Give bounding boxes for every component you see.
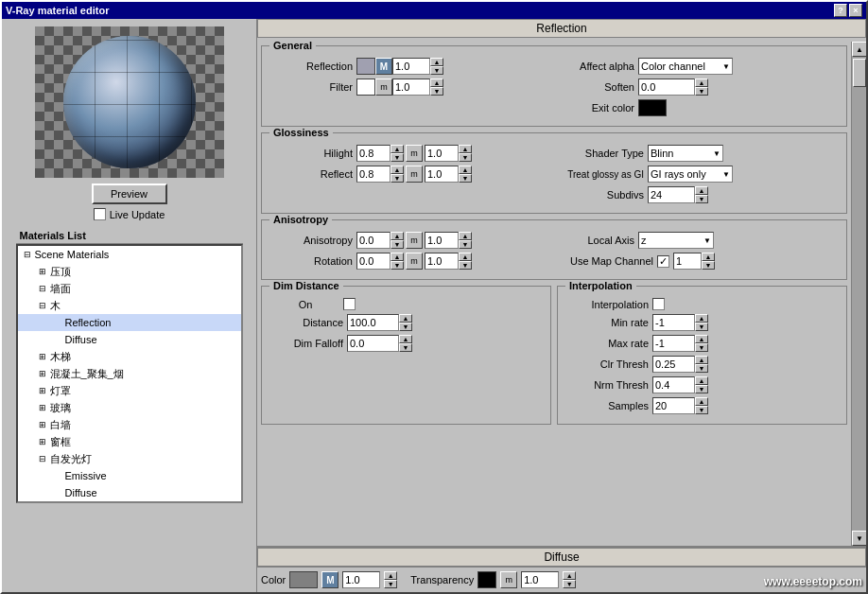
reflect-m-button[interactable]: m: [406, 166, 423, 183]
tree-item-mu[interactable]: ⊟ 木: [18, 297, 241, 314]
rotation-spin1-up[interactable]: ▲: [391, 253, 404, 261]
dim-falloff-spin-down[interactable]: ▼: [399, 343, 412, 352]
anisotropy-m-button[interactable]: m: [406, 232, 423, 249]
subdivs-spinner[interactable]: ▲ ▼: [695, 186, 708, 203]
use-map-channel-input[interactable]: [673, 253, 702, 270]
expander-zifaguangdeng[interactable]: ⊟: [35, 451, 50, 466]
expander-mu[interactable]: ⊟: [35, 298, 50, 313]
soften-spinner[interactable]: ▲ ▼: [695, 79, 708, 96]
live-update-checkbox[interactable]: [94, 208, 106, 220]
anisotropy-spin2-down[interactable]: ▼: [459, 240, 472, 249]
anisotropy-spin1-up[interactable]: ▲: [391, 232, 404, 240]
filter-value-input[interactable]: [392, 79, 430, 96]
samples-spin-down[interactable]: ▼: [695, 406, 708, 414]
reflect-spinner1[interactable]: ▲ ▼: [391, 166, 404, 183]
tree-item-chuangkuang[interactable]: ⊞ 窗框: [18, 433, 241, 450]
diffuse-color-spinner[interactable]: ▲ ▼: [384, 571, 397, 588]
rotation-m-input[interactable]: [425, 253, 459, 270]
tree-item-emissive[interactable]: · Emissive: [18, 467, 241, 484]
max-rate-spinner[interactable]: ▲ ▼: [695, 335, 708, 352]
transparency-m-button[interactable]: m: [500, 571, 517, 588]
soften-spin-up[interactable]: ▲: [695, 79, 708, 87]
reflection-m-button[interactable]: M: [375, 58, 392, 75]
diffuse-color-spin-up[interactable]: ▲: [384, 571, 397, 580]
preview-button[interactable]: Preview: [92, 183, 167, 204]
diffuse-color-spin-down[interactable]: ▼: [384, 580, 397, 588]
reflection-spin-down[interactable]: ▼: [430, 66, 443, 75]
nrm-thresh-input[interactable]: [652, 376, 695, 393]
reflection-spinner[interactable]: ▲ ▼: [430, 58, 443, 75]
reflect-m-input[interactable]: [425, 166, 459, 183]
subdivs-spin-up[interactable]: ▲: [695, 186, 708, 195]
map-channel-spin-up[interactable]: ▲: [702, 253, 715, 261]
hilight-spin1-up[interactable]: ▲: [391, 145, 404, 153]
rotation-spinner1[interactable]: ▲ ▼: [391, 253, 404, 270]
filter-color-swatch[interactable]: [356, 79, 375, 96]
local-axis-dropdown[interactable]: z ▼: [638, 232, 714, 249]
right-scrollbar[interactable]: ▲ ▼: [851, 42, 866, 546]
help-button[interactable]: ?: [834, 4, 847, 17]
anisotropy-spinner2[interactable]: ▲ ▼: [459, 232, 472, 249]
tree-item-zifaguangdeng[interactable]: ⊟ 自发光灯: [18, 450, 241, 467]
tree-item-scene[interactable]: ⊟ Scene Materials: [18, 246, 241, 263]
dim-distance-spinner[interactable]: ▲ ▼: [399, 314, 412, 331]
soften-spin-down[interactable]: ▼: [695, 87, 708, 96]
scroll-thumb[interactable]: [853, 59, 866, 87]
rotation-spinner2[interactable]: ▲ ▼: [459, 253, 472, 270]
tree-item-mu-reflection[interactable]: · Reflection: [18, 314, 241, 331]
anisotropy-m-input[interactable]: [425, 232, 459, 249]
max-rate-spin-down[interactable]: ▼: [695, 343, 708, 352]
reflect-spinner2[interactable]: ▲ ▼: [459, 166, 472, 183]
tree-item-muti[interactable]: ⊞ 木梯: [18, 348, 241, 365]
min-rate-input[interactable]: [652, 314, 695, 331]
filter-spinner[interactable]: ▲ ▼: [430, 79, 443, 96]
hilight-spinner2[interactable]: ▲ ▼: [459, 145, 472, 162]
expander-yading[interactable]: ⊞: [35, 264, 50, 279]
subdivs-spin-down[interactable]: ▼: [695, 195, 708, 203]
soften-input[interactable]: [638, 79, 695, 96]
expander-hunningtu[interactable]: ⊞: [35, 366, 50, 381]
tree-item-diffuse2[interactable]: · Diffuse: [18, 484, 241, 501]
nrm-thresh-spin-down[interactable]: ▼: [695, 385, 708, 393]
max-rate-input[interactable]: [652, 335, 695, 352]
transparency-spinner[interactable]: ▲ ▼: [563, 571, 576, 588]
tree-item-dengguang[interactable]: ⊞ 灯罩: [18, 382, 241, 399]
rotation-spin2-down[interactable]: ▼: [459, 261, 472, 270]
rotation-m-button[interactable]: m: [406, 253, 423, 270]
reflection-spin-up[interactable]: ▲: [430, 58, 443, 66]
clr-thresh-spin-up[interactable]: ▲: [695, 356, 708, 364]
hilight-spin2-down[interactable]: ▼: [459, 153, 472, 162]
min-rate-spin-down[interactable]: ▼: [695, 323, 708, 331]
anisotropy-spinner1[interactable]: ▲ ▼: [391, 232, 404, 249]
min-rate-spin-up[interactable]: ▲: [695, 314, 708, 323]
shader-type-dropdown[interactable]: Blinn ▼: [648, 145, 723, 162]
dim-distance-spin-up[interactable]: ▲: [399, 314, 412, 323]
expander-chuangkuang[interactable]: ⊞: [35, 434, 50, 449]
hilight-value-input[interactable]: [356, 145, 391, 162]
map-channel-spinner[interactable]: ▲ ▼: [702, 253, 715, 270]
anisotropy-value-input[interactable]: [356, 232, 391, 249]
tree-item-hunningtu[interactable]: ⊞ 混凝土_聚集_烟: [18, 365, 241, 382]
rotation-spin1-down[interactable]: ▼: [391, 261, 404, 270]
reflect-spin2-down[interactable]: ▼: [459, 174, 472, 183]
anisotropy-spin1-down[interactable]: ▼: [391, 240, 404, 249]
filter-spin-up[interactable]: ▲: [430, 79, 443, 87]
expander-boli[interactable]: ⊞: [35, 400, 50, 415]
transparency-color-swatch[interactable]: [477, 571, 496, 588]
reflect-spin1-up[interactable]: ▲: [391, 166, 404, 174]
diffuse-color-swatch[interactable]: [289, 571, 318, 588]
affect-alpha-dropdown[interactable]: Color channel ▼: [638, 58, 733, 75]
scroll-up-button[interactable]: ▲: [852, 42, 866, 57]
min-rate-spinner[interactable]: ▲ ▼: [695, 314, 708, 331]
transparency-spin-up[interactable]: ▲: [563, 571, 576, 580]
anisotropy-spin2-up[interactable]: ▲: [459, 232, 472, 240]
dim-falloff-spinner[interactable]: ▲ ▼: [399, 335, 412, 352]
clr-thresh-spinner[interactable]: ▲ ▼: [695, 356, 708, 373]
rotation-spin2-up[interactable]: ▲: [459, 253, 472, 261]
tree-item-baiqiang[interactable]: ⊞ 白墙: [18, 416, 241, 433]
clr-thresh-spin-down[interactable]: ▼: [695, 364, 708, 373]
reflect-value-input[interactable]: [356, 166, 391, 183]
scroll-down-button[interactable]: ▼: [852, 531, 866, 546]
tree-item-yading[interactable]: ⊞ 压顶: [18, 263, 241, 280]
dim-falloff-input[interactable]: [347, 335, 399, 352]
